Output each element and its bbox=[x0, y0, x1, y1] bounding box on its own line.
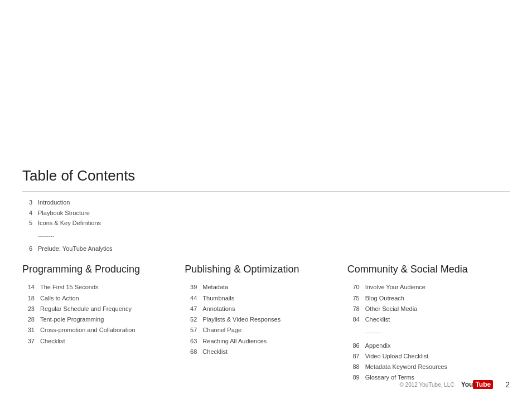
list-item: 37 Checklist bbox=[22, 336, 185, 347]
list-item: 44 Thumbnails bbox=[185, 293, 347, 304]
column-items-programming: 14 The First 15 Seconds 18 Calls to Acti… bbox=[22, 282, 185, 347]
list-item: 39 Metadata bbox=[185, 282, 347, 293]
list-item: 87 Video Upload Checklist bbox=[347, 351, 510, 362]
list-item: 78 Other Social Media bbox=[347, 304, 510, 314]
column-title-programming: Programming & Producing bbox=[22, 264, 185, 275]
list-item: 3 Introduction bbox=[22, 197, 510, 208]
footer: © 2012 YouTube, LLC YouTube 2 bbox=[399, 380, 510, 389]
list-item: 28 Tent-pole Programming bbox=[22, 314, 185, 325]
list-item: 18 Calls to Action bbox=[22, 293, 185, 304]
list-item: 57 Channel Page bbox=[185, 325, 347, 335]
separator: -------- bbox=[38, 231, 510, 241]
page-container: Table of Contents 3 Introduction 4 Playb… bbox=[0, 0, 532, 399]
logo-tube: Tube bbox=[473, 380, 493, 389]
columns-row: Programming & Producing 14 The First 15 … bbox=[22, 264, 510, 383]
list-item: 5 Icons & Key Definitions bbox=[22, 218, 510, 228]
youtube-logo: YouTube bbox=[461, 380, 494, 389]
list-item: 4 Playbook Structure bbox=[22, 208, 510, 218]
separator: -------- bbox=[365, 327, 510, 338]
list-item: 86 Appendix bbox=[347, 340, 510, 351]
list-item: 63 Reaching All Audiences bbox=[185, 336, 347, 347]
list-item: 31 Cross-promotion and Collaboration bbox=[22, 325, 185, 335]
divider bbox=[22, 191, 510, 192]
list-item: 6 Prelude: YouTube Analytics bbox=[22, 244, 510, 254]
content-area: Table of Contents 3 Introduction 4 Playb… bbox=[22, 167, 510, 383]
column-title-community: Community & Social Media bbox=[347, 264, 510, 275]
list-item: 52 Playlists & Video Responses bbox=[185, 314, 347, 325]
column-publishing: Publishing & Optimization 39 Metadata 44… bbox=[185, 264, 347, 383]
column-items-community: 70 Involve Your Audience 75 Blog Outreac… bbox=[347, 282, 510, 383]
column-items-publishing: 39 Metadata 44 Thumbnails 47 Annotations… bbox=[185, 282, 347, 357]
column-programming: Programming & Producing 14 The First 15 … bbox=[22, 264, 185, 383]
list-item: 70 Involve Your Audience bbox=[347, 282, 510, 293]
page-title: Table of Contents bbox=[22, 167, 510, 184]
copyright-text: © 2012 YouTube, LLC bbox=[399, 382, 454, 388]
list-item: 68 Checklist bbox=[185, 347, 347, 357]
list-item: 84 Checklist bbox=[347, 314, 510, 325]
toc-intro-section: 3 Introduction 4 Playbook Structure 5 Ic… bbox=[22, 197, 510, 254]
list-item: 23 Regular Schedule and Frequency bbox=[22, 304, 185, 314]
column-title-publishing: Publishing & Optimization bbox=[185, 264, 347, 275]
page-number: 2 bbox=[505, 380, 510, 389]
list-item: 75 Blog Outreach bbox=[347, 293, 510, 304]
list-item: 14 The First 15 Seconds bbox=[22, 282, 185, 293]
logo-you: You bbox=[461, 381, 473, 388]
list-item: 88 Metadata Keyword Resources bbox=[347, 362, 510, 372]
column-community: Community & Social Media 70 Involve Your… bbox=[347, 264, 510, 383]
list-item: 47 Annotations bbox=[185, 304, 347, 314]
